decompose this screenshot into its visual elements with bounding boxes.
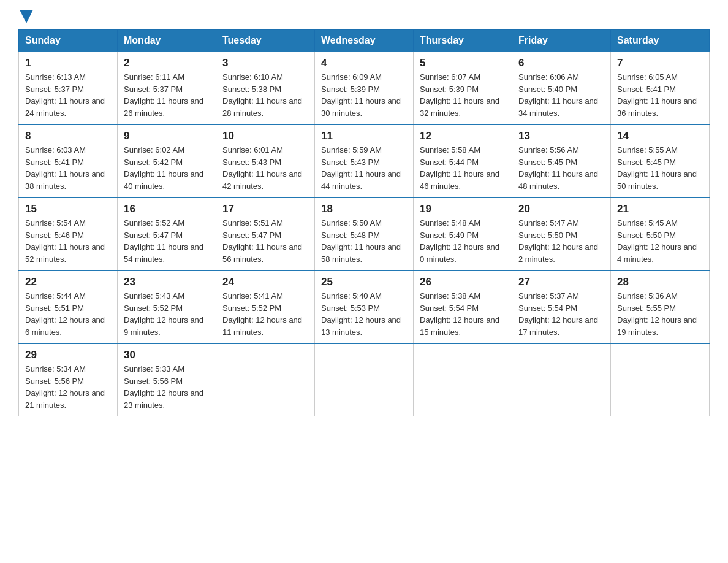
calendar-cell: 21Sunrise: 5:45 AMSunset: 5:50 PMDayligh…	[611, 197, 710, 270]
day-number: 27	[518, 276, 604, 288]
calendar-cell: 8Sunrise: 6:03 AMSunset: 5:41 PMDaylight…	[19, 124, 118, 197]
header-day-wednesday: Wednesday	[315, 30, 414, 52]
day-info: Sunrise: 5:43 AMSunset: 5:52 PMDaylight:…	[124, 290, 210, 338]
day-number: 14	[617, 130, 703, 142]
day-number: 4	[321, 57, 407, 69]
day-info: Sunrise: 6:01 AMSunset: 5:43 PMDaylight:…	[222, 144, 308, 192]
header-day-tuesday: Tuesday	[216, 30, 315, 52]
day-number: 18	[321, 203, 407, 215]
day-number: 15	[25, 203, 111, 215]
day-number: 22	[25, 276, 111, 288]
week-row-2: 8Sunrise: 6:03 AMSunset: 5:41 PMDaylight…	[19, 124, 710, 197]
day-number: 11	[321, 130, 407, 142]
day-info: Sunrise: 5:36 AMSunset: 5:55 PMDaylight:…	[617, 290, 703, 338]
day-number: 10	[222, 130, 308, 142]
calendar-cell	[216, 343, 315, 416]
day-info: Sunrise: 5:56 AMSunset: 5:45 PMDaylight:…	[518, 144, 604, 192]
day-number: 12	[420, 130, 506, 142]
calendar-cell: 18Sunrise: 5:50 AMSunset: 5:48 PMDayligh…	[315, 197, 414, 270]
calendar-body: 1Sunrise: 6:13 AMSunset: 5:37 PMDaylight…	[19, 52, 710, 416]
calendar-header: SundayMondayTuesdayWednesdayThursdayFrid…	[19, 30, 710, 52]
calendar-cell: 10Sunrise: 6:01 AMSunset: 5:43 PMDayligh…	[216, 124, 315, 197]
day-info: Sunrise: 5:51 AMSunset: 5:47 PMDaylight:…	[222, 217, 308, 265]
week-row-4: 22Sunrise: 5:44 AMSunset: 5:51 PMDayligh…	[19, 270, 710, 343]
day-info: Sunrise: 5:45 AMSunset: 5:50 PMDaylight:…	[617, 217, 703, 265]
day-number: 26	[420, 276, 506, 288]
calendar-cell: 22Sunrise: 5:44 AMSunset: 5:51 PMDayligh…	[19, 270, 118, 343]
day-number: 16	[124, 203, 210, 215]
day-info: Sunrise: 6:07 AMSunset: 5:39 PMDaylight:…	[420, 71, 506, 119]
day-number: 5	[420, 57, 506, 69]
calendar-cell: 25Sunrise: 5:40 AMSunset: 5:53 PMDayligh…	[315, 270, 414, 343]
day-info: Sunrise: 6:13 AMSunset: 5:37 PMDaylight:…	[25, 71, 111, 119]
week-row-5: 29Sunrise: 5:34 AMSunset: 5:56 PMDayligh…	[19, 343, 710, 416]
page-header	[18, 12, 710, 23]
calendar-cell: 9Sunrise: 6:02 AMSunset: 5:42 PMDaylight…	[118, 124, 216, 197]
calendar-cell: 29Sunrise: 5:34 AMSunset: 5:56 PMDayligh…	[19, 343, 118, 416]
day-number: 20	[518, 203, 604, 215]
calendar-cell: 2Sunrise: 6:11 AMSunset: 5:37 PMDaylight…	[118, 52, 216, 124]
header-row: SundayMondayTuesdayWednesdayThursdayFrid…	[19, 30, 710, 52]
day-info: Sunrise: 5:59 AMSunset: 5:43 PMDaylight:…	[321, 144, 407, 192]
calendar-cell: 4Sunrise: 6:09 AMSunset: 5:39 PMDaylight…	[315, 52, 414, 124]
day-number: 30	[124, 349, 210, 361]
calendar-cell: 27Sunrise: 5:37 AMSunset: 5:54 PMDayligh…	[512, 270, 611, 343]
calendar-cell	[512, 343, 611, 416]
day-info: Sunrise: 6:03 AMSunset: 5:41 PMDaylight:…	[25, 144, 111, 192]
calendar-cell: 17Sunrise: 5:51 AMSunset: 5:47 PMDayligh…	[216, 197, 315, 270]
day-number: 13	[518, 130, 604, 142]
day-info: Sunrise: 5:54 AMSunset: 5:46 PMDaylight:…	[25, 217, 111, 265]
day-info: Sunrise: 5:37 AMSunset: 5:54 PMDaylight:…	[518, 290, 604, 338]
calendar-table: SundayMondayTuesdayWednesdayThursdayFrid…	[18, 29, 710, 416]
day-info: Sunrise: 5:40 AMSunset: 5:53 PMDaylight:…	[321, 290, 407, 338]
day-number: 6	[518, 57, 604, 69]
day-number: 8	[25, 130, 111, 142]
day-info: Sunrise: 6:10 AMSunset: 5:38 PMDaylight:…	[222, 71, 308, 119]
header-day-monday: Monday	[118, 30, 216, 52]
calendar-cell: 3Sunrise: 6:10 AMSunset: 5:38 PMDaylight…	[216, 52, 315, 124]
day-number: 19	[420, 203, 506, 215]
day-info: Sunrise: 5:33 AMSunset: 5:56 PMDaylight:…	[124, 363, 210, 411]
calendar-cell: 11Sunrise: 5:59 AMSunset: 5:43 PMDayligh…	[315, 124, 414, 197]
day-number: 9	[124, 130, 210, 142]
calendar-cell	[414, 343, 512, 416]
day-number: 24	[222, 276, 308, 288]
svg-marker-0	[20, 10, 33, 23]
day-info: Sunrise: 6:11 AMSunset: 5:37 PMDaylight:…	[124, 71, 210, 119]
day-number: 3	[222, 57, 308, 69]
day-info: Sunrise: 6:06 AMSunset: 5:40 PMDaylight:…	[518, 71, 604, 119]
header-day-saturday: Saturday	[611, 30, 710, 52]
calendar-cell: 12Sunrise: 5:58 AMSunset: 5:44 PMDayligh…	[414, 124, 512, 197]
day-info: Sunrise: 5:50 AMSunset: 5:48 PMDaylight:…	[321, 217, 407, 265]
day-info: Sunrise: 5:52 AMSunset: 5:47 PMDaylight:…	[124, 217, 210, 265]
calendar-cell	[315, 343, 414, 416]
calendar-cell: 1Sunrise: 6:13 AMSunset: 5:37 PMDaylight…	[19, 52, 118, 124]
day-number: 7	[617, 57, 703, 69]
day-info: Sunrise: 5:58 AMSunset: 5:44 PMDaylight:…	[420, 144, 506, 192]
calendar-cell: 7Sunrise: 6:05 AMSunset: 5:41 PMDaylight…	[611, 52, 710, 124]
day-info: Sunrise: 5:47 AMSunset: 5:50 PMDaylight:…	[518, 217, 604, 265]
day-number: 28	[617, 276, 703, 288]
day-info: Sunrise: 5:55 AMSunset: 5:45 PMDaylight:…	[617, 144, 703, 192]
calendar-cell: 5Sunrise: 6:07 AMSunset: 5:39 PMDaylight…	[414, 52, 512, 124]
day-number: 25	[321, 276, 407, 288]
header-day-friday: Friday	[512, 30, 611, 52]
calendar-cell: 26Sunrise: 5:38 AMSunset: 5:54 PMDayligh…	[414, 270, 512, 343]
day-info: Sunrise: 5:41 AMSunset: 5:52 PMDaylight:…	[222, 290, 308, 338]
day-number: 2	[124, 57, 210, 69]
header-day-thursday: Thursday	[414, 30, 512, 52]
day-info: Sunrise: 6:09 AMSunset: 5:39 PMDaylight:…	[321, 71, 407, 119]
day-info: Sunrise: 6:05 AMSunset: 5:41 PMDaylight:…	[617, 71, 703, 119]
calendar-cell: 15Sunrise: 5:54 AMSunset: 5:46 PMDayligh…	[19, 197, 118, 270]
calendar-cell: 19Sunrise: 5:48 AMSunset: 5:49 PMDayligh…	[414, 197, 512, 270]
calendar-cell: 13Sunrise: 5:56 AMSunset: 5:45 PMDayligh…	[512, 124, 611, 197]
day-number: 21	[617, 203, 703, 215]
calendar-cell: 16Sunrise: 5:52 AMSunset: 5:47 PMDayligh…	[118, 197, 216, 270]
logo	[18, 12, 33, 23]
day-number: 17	[222, 203, 308, 215]
day-info: Sunrise: 5:38 AMSunset: 5:54 PMDaylight:…	[420, 290, 506, 338]
logo-triangle-icon	[20, 10, 33, 23]
calendar-cell: 24Sunrise: 5:41 AMSunset: 5:52 PMDayligh…	[216, 270, 315, 343]
calendar-cell: 20Sunrise: 5:47 AMSunset: 5:50 PMDayligh…	[512, 197, 611, 270]
calendar-cell: 28Sunrise: 5:36 AMSunset: 5:55 PMDayligh…	[611, 270, 710, 343]
